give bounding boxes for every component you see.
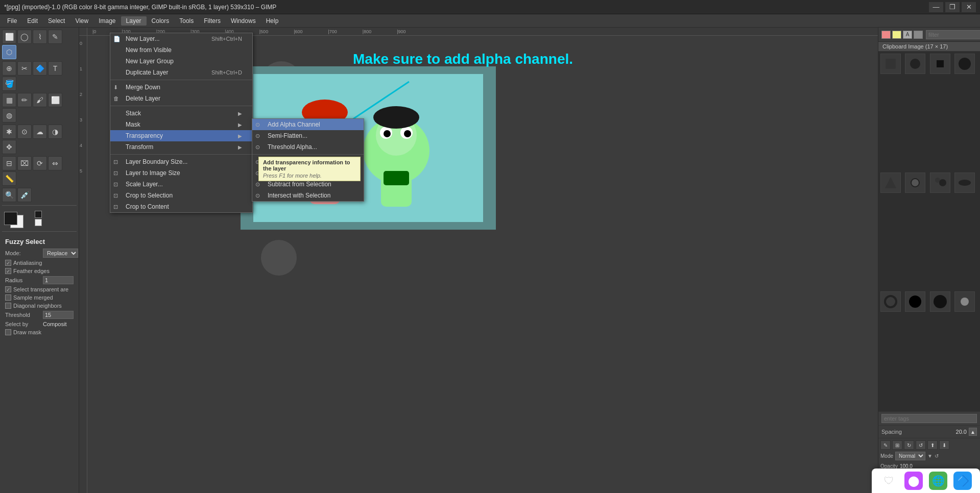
menu-item-new-layer[interactable]: 📄 New Layer... Shift+Ctrl+N [110,33,252,44]
menu-item-transform[interactable]: Transform [110,141,252,153]
menu-item-crop-to-content[interactable]: ⊡ Crop to Content [110,201,252,212]
layer-tool-1[interactable]: ✎ [880,440,891,450]
tool-crop[interactable]: ⌧ [17,156,32,170]
tool-flip[interactable]: ⇔ [48,156,62,170]
menu-windows[interactable]: Windows [226,16,261,26]
tool-rect-select[interactable]: ⬜ [2,30,16,44]
tool-free-select[interactable]: ✎ [48,30,62,44]
select-transparent-checkbox[interactable] [5,286,11,292]
sample-merged-checkbox[interactable] [5,294,11,301]
diagonal-checkbox[interactable] [5,303,11,309]
menu-tools[interactable]: Tools [174,16,199,26]
menu-item-stack[interactable]: Stack [110,108,252,119]
tool-pencil[interactable]: ✏ [17,93,32,107]
tool-color-picker[interactable]: 💉 [17,188,32,202]
tool-align[interactable]: ⊟ [2,156,16,170]
tool-heal[interactable]: ✱ [2,125,16,139]
transparency-semi-flatten[interactable]: ⊙ Semi-Flatten... [252,130,364,141]
layer-tool-4[interactable]: ↺ [916,440,926,450]
taskbar-mcafee[interactable]: 🛡 [880,472,898,490]
brush-cell-9[interactable] [880,291,901,312]
menu-file[interactable]: File [2,16,22,26]
mode-label: Mode [880,453,893,459]
tool-paths[interactable]: 🔷 [33,61,47,76]
threshold-alpha-icon: ⊙ [255,144,266,151]
radius-input[interactable] [43,276,74,284]
tool-measure[interactable]: 📏 [2,171,16,186]
layers-options: Mode Normal ▼ ↺ [880,452,978,460]
tool-paint-bucket[interactable]: 🪣 [2,77,16,91]
menu-image[interactable]: Image [93,16,121,26]
brush-cell-7[interactable] [930,172,950,193]
mode-select[interactable]: Replace [43,249,78,258]
menu-filters[interactable]: Filters [199,16,226,26]
brush-cell-8[interactable] [954,172,975,193]
tool-move[interactable]: ✥ [2,140,16,154]
new-layer-label: New Layer... [126,35,160,42]
tool-eraser[interactable]: ⬜ [48,93,62,107]
layer-tool-2[interactable]: ⊞ [892,440,902,450]
layer-tool-6[interactable]: ⬇ [939,440,949,450]
threshold-input[interactable] [43,311,74,319]
brush-cell-11[interactable] [930,291,950,312]
brush-cell-3[interactable] [930,54,950,74]
menu-edit[interactable]: Edit [22,16,43,26]
tool-smudge[interactable]: ☁ [33,125,47,139]
menu-select[interactable]: Select [43,16,70,26]
menu-item-scale-layer[interactable]: ⊡ Scale Layer... [110,179,252,190]
maximize-button[interactable]: ❐ [945,2,960,12]
tool-ellipse-select[interactable]: ◯ [17,30,32,44]
tool-zoom[interactable]: 🔍 [2,188,16,202]
menu-layer[interactable]: Layer [121,16,147,26]
tool-paintbrush[interactable]: 🖌 [33,93,47,107]
layer-tool-5[interactable]: ⬆ [927,440,938,450]
taskbar-bluetooth[interactable]: 🔷 [953,472,972,490]
tool-foreground-select[interactable]: ⊕ [2,61,16,76]
menu-colors[interactable]: Colors [147,16,175,26]
tool-fuzzy-select[interactable]: ⬡ [2,45,16,59]
brush-cell-2[interactable] [905,54,925,74]
menu-item-transparency[interactable]: Transparency [110,130,252,141]
menu-help[interactable]: Help [261,16,284,26]
tool-airbrush[interactable]: ◍ [2,108,16,122]
menu-item-delete-layer[interactable]: 🗑 Delete Layer [110,93,252,104]
tool-gradient[interactable]: ▦ [2,93,16,107]
brush-cell-4[interactable] [954,54,975,74]
menu-item-new-layer-group[interactable]: New Layer Group [110,56,252,67]
menu-item-new-from-visible[interactable]: New from Visible [110,44,252,56]
menu-item-layer-boundary-size[interactable]: ⊡ Layer Boundary Size... [110,156,252,167]
tool-text[interactable]: T [48,61,62,76]
tool-clone[interactable]: ⊙ [17,125,32,139]
tool-lasso[interactable]: ⌇ [33,30,47,44]
minimize-button[interactable]: — [929,2,943,12]
brush-cell-12[interactable] [954,291,975,312]
draw-mask-checkbox[interactable] [5,329,11,335]
menu-item-crop-to-selection[interactable]: ⊡ Crop to Selection [110,190,252,201]
brush-cell-5[interactable] [880,172,901,193]
menu-item-layer-to-image-size[interactable]: ⊡ Layer to Image Size [110,167,252,179]
antialiasing-checkbox[interactable] [5,260,11,266]
mode-dropdown[interactable]: Normal [895,452,925,460]
menu-item-merge-down[interactable]: ⬇ Merge Down [110,82,252,93]
brush-cell-1[interactable] [880,54,901,74]
tool-dodge[interactable]: ◑ [48,125,62,139]
layer-tool-3[interactable]: ↻ [904,440,914,450]
brush-cell-10[interactable] [905,291,925,312]
foreground-color[interactable] [4,212,17,225]
menu-item-mask[interactable]: Mask [110,119,252,130]
taskbar-app-2[interactable]: ⬤ [904,472,923,490]
filter-input[interactable] [926,30,980,39]
spacing-spin-up[interactable]: ▲ [969,428,977,436]
brush-cell-6[interactable] [905,172,925,193]
feather-checkbox[interactable] [5,268,11,274]
taskbar-app-3[interactable]: 🌐 [929,472,947,490]
transparency-add-alpha[interactable]: ⊙ Add Alpha Channel [252,119,364,130]
close-button[interactable]: ✕ [962,2,976,12]
tags-input[interactable] [881,414,977,423]
tool-scissors[interactable]: ✂ [17,61,32,76]
tool-transform[interactable]: ⟳ [33,156,47,170]
menu-item-duplicate-layer[interactable]: Duplicate Layer Shift+Ctrl+D [110,67,252,78]
transparency-threshold-alpha[interactable]: ⊙ Threshold Alpha... [252,141,364,153]
menu-view[interactable]: View [70,16,93,26]
transparency-intersect-with-selection[interactable]: ⊙ Intersect with Selection [252,190,364,201]
